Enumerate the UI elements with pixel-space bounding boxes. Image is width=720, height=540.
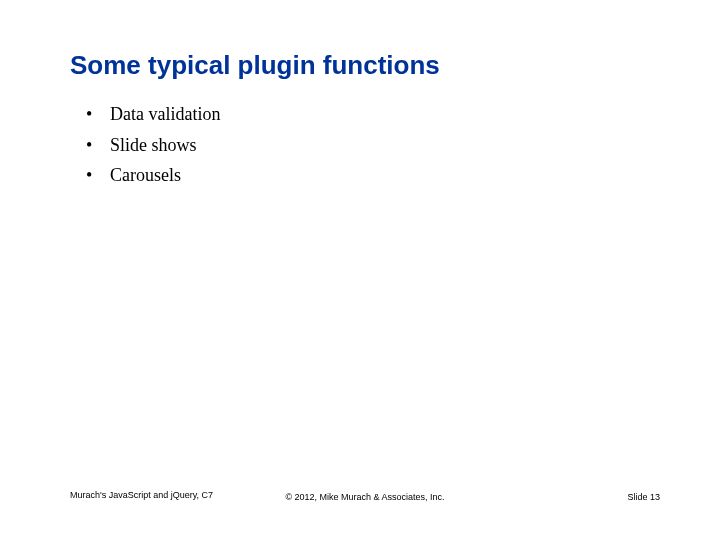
footer-left: Murach's JavaScript and jQuery, C7: [70, 490, 213, 502]
slide-title: Some typical plugin functions: [70, 50, 660, 81]
footer-right: Slide 13: [627, 492, 660, 502]
list-item: Carousels: [86, 160, 660, 191]
list-item: Slide shows: [86, 130, 660, 161]
slide: Some typical plugin functions Data valid…: [0, 0, 720, 540]
footer-center: © 2012, Mike Murach & Associates, Inc.: [285, 492, 444, 502]
list-item: Data validation: [86, 99, 660, 130]
bullet-list: Data validation Slide shows Carousels: [70, 99, 660, 191]
footer: Murach's JavaScript and jQuery, C7 © 201…: [70, 490, 660, 502]
